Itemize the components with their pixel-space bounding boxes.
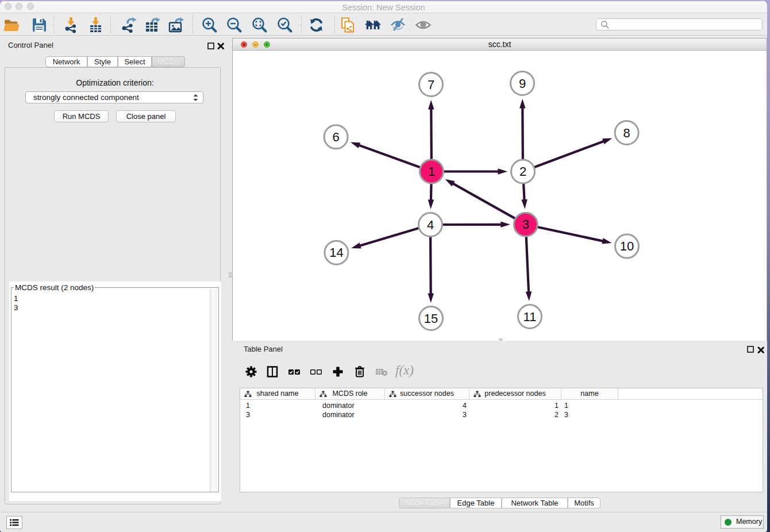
svg-text:1: 1 (428, 164, 435, 179)
svg-text:15: 15 (424, 311, 438, 326)
svg-text:4: 4 (427, 218, 434, 232)
svg-text:11: 11 (523, 310, 537, 324)
svg-text:14: 14 (329, 245, 343, 260)
svg-text:3: 3 (522, 217, 529, 232)
svg-text:6: 6 (332, 130, 339, 144)
svg-text:7: 7 (428, 78, 434, 92)
svg-text:9: 9 (519, 76, 526, 91)
svg-text:8: 8 (623, 126, 630, 140)
svg-text:10: 10 (620, 239, 634, 253)
svg-text:2: 2 (519, 164, 526, 179)
